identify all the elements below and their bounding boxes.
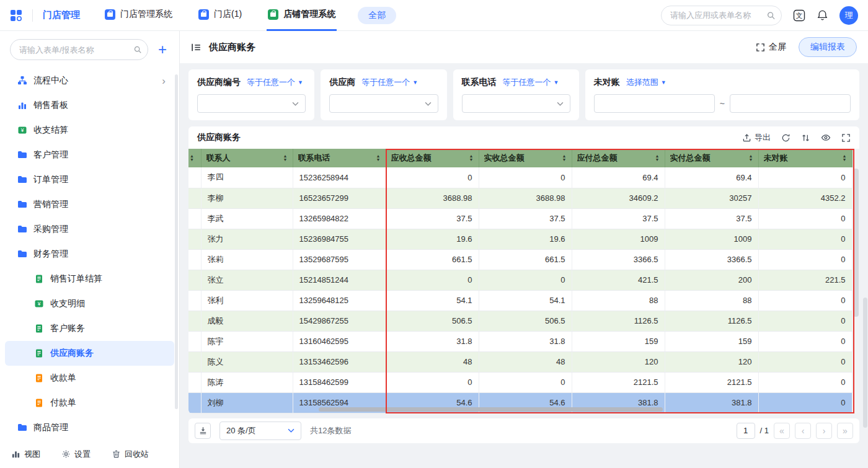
- table-row[interactable]: 李四 15236258944 0 0 69.4 69.4 0: [188, 167, 852, 188]
- export-button[interactable]: 导出: [742, 132, 771, 143]
- tab-store-1[interactable]: 门店(1): [197, 0, 243, 31]
- tab-shop-mgmt-system-active[interactable]: 店铺管理系统: [267, 0, 337, 31]
- sidebar-item-supplier-accounts[interactable]: 供应商账务: [5, 341, 174, 366]
- table-row[interactable]: 李武 13265984822 37.5 37.5 37.5 37.5 0: [188, 208, 852, 229]
- chevron-right-icon[interactable]: ›: [162, 76, 166, 86]
- filter-operator-dropdown[interactable]: 选择范围▼: [626, 77, 666, 88]
- header-unreconciled[interactable]: 未对账▲▼: [758, 149, 852, 167]
- export-icon: [742, 133, 751, 143]
- filter-value-select[interactable]: [197, 94, 306, 113]
- table-vertical-scrollbar[interactable]: [852, 149, 859, 413]
- sidebar-item-customer-accounts[interactable]: 客户账务: [5, 316, 174, 341]
- sort-toggle[interactable]: ▲▼: [749, 154, 753, 162]
- filter-operator-dropdown[interactable]: 等于任意一个▼: [361, 77, 418, 88]
- table-row[interactable]: 张利 13259648125 54.1 54.1 88 88 0: [188, 290, 852, 311]
- page-number-input[interactable]: 1: [737, 423, 755, 439]
- filter-value-select[interactable]: [462, 94, 570, 113]
- cell-paid-total: 69.4: [665, 167, 758, 188]
- header-contact[interactable]: 联系人▲▼: [201, 149, 293, 167]
- sidebar-item-product-mgmt[interactable]: 商品管理: [5, 415, 174, 440]
- sort-toggle[interactable]: ▲▼: [376, 154, 381, 162]
- scroll-to-bottom-button[interactable]: [195, 423, 211, 439]
- sidebar-item-sales-dashboard[interactable]: 销售看板: [5, 93, 174, 118]
- prev-page-button[interactable]: ‹: [795, 423, 811, 439]
- chevron-down-icon: [425, 102, 432, 106]
- table-row[interactable]: 李柳 16523657299 3688.98 3688.98 34609.2 3…: [188, 188, 852, 208]
- header-payable-total[interactable]: 应付总金额▲▼: [572, 149, 665, 167]
- sidebar-item-income-expense-detail[interactable]: ¥ 收支明细: [5, 291, 174, 316]
- table-row[interactable]: 张莉 13529687595 661.5 661.5 3366.5 3366.5…: [188, 249, 852, 270]
- settings-button[interactable]: 设置: [61, 449, 91, 460]
- topbar-right-actions: 文 理: [661, 6, 858, 25]
- header-paid-total[interactable]: 实付总金额▲▼: [665, 149, 758, 167]
- next-page-button[interactable]: ›: [816, 423, 832, 439]
- recycle-bin-button[interactable]: 回收站: [112, 449, 149, 460]
- views-button[interactable]: 视图: [11, 449, 40, 460]
- header-received-total[interactable]: 实收总金额▲▼: [479, 149, 572, 167]
- add-form-button[interactable]: +: [153, 40, 172, 59]
- filter-operator-dropdown[interactable]: 等于任意一个▼: [247, 77, 303, 88]
- sort-toggle[interactable]: ▲▼: [843, 154, 847, 162]
- bell-icon[interactable]: [817, 9, 828, 21]
- cell-payable-total: 1126.5: [572, 311, 665, 331]
- table-row[interactable]: 成毅 15429867255 506.5 506.5 1126.5 1126.5…: [188, 311, 852, 331]
- filter-value-select[interactable]: [329, 94, 438, 113]
- sort-toggle[interactable]: ▲▼: [283, 154, 288, 162]
- translate-icon[interactable]: 文: [793, 9, 805, 22]
- global-search-input[interactable]: [661, 6, 782, 25]
- range-max-input[interactable]: [730, 94, 851, 113]
- collapse-sidebar-icon[interactable]: [191, 42, 202, 53]
- page-size-select[interactable]: 20 条/页: [219, 422, 301, 440]
- table-row[interactable]: 陈义 13153462596 48 48 120 120 0: [188, 351, 852, 372]
- last-page-button[interactable]: »: [837, 423, 853, 439]
- cell-phone: 13160462595: [293, 331, 386, 351]
- table-zone: ▲▼ 联系人▲▼ 联系电话▲▼ 应收总金额▲▼ 实收总金额▲▼ 应付总金额▲▼ …: [188, 149, 859, 413]
- cell-phone: 13259648125: [293, 290, 386, 311]
- sidebar-item-income-expense-settlement[interactable]: ¥ 收支结算: [5, 118, 174, 143]
- sidebar-item-sales-order-settlement[interactable]: 销售订单结算: [5, 267, 174, 291]
- tab-store-mgmt-system[interactable]: 门店管理系统: [104, 0, 174, 31]
- sidebar-scrollbar[interactable]: [175, 74, 178, 409]
- sidebar-item-payment-voucher[interactable]: 付款单: [5, 391, 174, 415]
- table-card-header: 供应商账务 导出: [188, 126, 859, 149]
- table-row[interactable]: 陈宇 13160462595 31.8 31.8 159 159 0: [188, 331, 852, 351]
- sidebar-item-customer-mgmt[interactable]: 客户管理: [5, 143, 174, 167]
- sort-toggle[interactable]: ▲▼: [469, 154, 474, 162]
- sidebar-item-process-center[interactable]: 流程中心 ›: [5, 68, 174, 93]
- yen-card-icon: ¥: [17, 125, 27, 135]
- first-page-button[interactable]: «: [774, 423, 790, 439]
- header-phone[interactable]: 联系电话▲▼: [293, 149, 386, 167]
- sidebar-item-order-mgmt[interactable]: 订单管理: [5, 167, 174, 192]
- filter-operator-dropdown[interactable]: 等于任意一个▼: [503, 77, 559, 88]
- table-fullscreen-button[interactable]: [841, 133, 851, 143]
- cell-partial: [188, 208, 201, 229]
- apps-grid-icon[interactable]: [10, 9, 22, 22]
- column-visibility-button[interactable]: [821, 133, 831, 143]
- cell-received-total: 54.1: [479, 290, 572, 311]
- edit-report-button[interactable]: 编辑报表: [799, 37, 857, 57]
- table-row[interactable]: 陈涛 13158462599 0 0 2121.5 2121.5 0: [188, 372, 852, 392]
- table-row[interactable]: 张力 15236984755 19.6 19.6 1009 1009 0: [188, 229, 852, 249]
- cell-unreconciled: 0: [758, 351, 852, 372]
- sidebar-item-finance-mgmt[interactable]: 财务管理: [5, 242, 174, 267]
- form-search-input[interactable]: [10, 39, 148, 60]
- refresh-button[interactable]: [781, 133, 790, 143]
- sidebar-item-receipt-voucher[interactable]: 收款单: [5, 366, 174, 391]
- header-receivable-total[interactable]: 应收总金额▲▼: [386, 149, 479, 167]
- page-scrollbar[interactable]: [863, 298, 867, 428]
- sort-toggle[interactable]: ▲▼: [562, 154, 567, 162]
- all-apps-pill[interactable]: 全部: [358, 7, 396, 24]
- range-min-input[interactable]: [594, 94, 715, 113]
- sidebar-item-marketing-mgmt[interactable]: 营销管理: [5, 192, 174, 217]
- menu-label: 客户账务: [50, 323, 85, 334]
- sort-toggle[interactable]: ▲▼: [190, 154, 194, 162]
- filter-supplier-code: 供应商编号 等于任意一个▼: [188, 69, 314, 120]
- sidebar-item-purchase-mgmt[interactable]: 采购管理: [5, 217, 174, 242]
- table-row[interactable]: 张立 15214851244 0 0 421.5 200 221.5: [188, 270, 852, 290]
- workspace-name[interactable]: 门店管理: [43, 9, 80, 21]
- fullscreen-button[interactable]: 全屏: [756, 42, 786, 53]
- table-horizontal-scrollbar[interactable]: [319, 407, 663, 412]
- sort-button[interactable]: [801, 133, 810, 143]
- sort-toggle[interactable]: ▲▼: [655, 154, 660, 162]
- user-avatar[interactable]: 理: [839, 6, 858, 25]
